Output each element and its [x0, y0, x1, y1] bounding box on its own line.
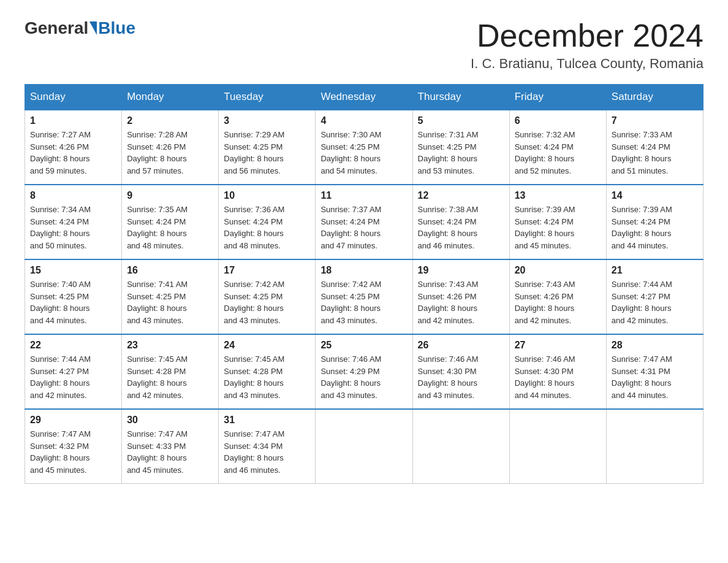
- day-number: 23: [127, 340, 213, 351]
- day-info: Sunrise: 7:46 AMSunset: 4:29 PMDaylight:…: [320, 353, 407, 401]
- calendar-cell: 26Sunrise: 7:46 AMSunset: 4:30 PMDayligh…: [412, 334, 509, 409]
- calendar-cell: 18Sunrise: 7:42 AMSunset: 4:25 PMDayligh…: [316, 259, 412, 334]
- day-number: 8: [30, 190, 116, 201]
- calendar-cell: 10Sunrise: 7:36 AMSunset: 4:24 PMDayligh…: [219, 185, 316, 259]
- day-number: 21: [612, 265, 698, 276]
- day-number: 16: [127, 265, 213, 276]
- calendar-cell: 22Sunrise: 7:44 AMSunset: 4:27 PMDayligh…: [25, 334, 122, 409]
- day-number: 1: [30, 115, 116, 126]
- day-number: 7: [612, 115, 698, 126]
- day-info: Sunrise: 7:44 AMSunset: 4:27 PMDaylight:…: [612, 278, 698, 326]
- location-subtitle: I. C. Bratianu, Tulcea County, Romania: [471, 56, 703, 72]
- day-info: Sunrise: 7:29 AMSunset: 4:25 PMDaylight:…: [224, 129, 310, 177]
- day-number: 27: [515, 340, 601, 351]
- day-number: 11: [320, 190, 407, 201]
- day-number: 31: [224, 415, 310, 426]
- calendar-cell: [316, 409, 412, 484]
- calendar-cell: 12Sunrise: 7:38 AMSunset: 4:24 PMDayligh…: [412, 185, 509, 259]
- calendar-cell: 3Sunrise: 7:29 AMSunset: 4:25 PMDaylight…: [219, 110, 316, 185]
- calendar-cell: 9Sunrise: 7:35 AMSunset: 4:24 PMDaylight…: [122, 185, 219, 259]
- day-number: 24: [224, 340, 310, 351]
- day-number: 3: [224, 115, 310, 126]
- title-area: December 2024 I. C. Bratianu, Tulcea Cou…: [471, 18, 703, 72]
- weekday-header-saturday: Saturday: [606, 85, 703, 110]
- day-info: Sunrise: 7:44 AMSunset: 4:27 PMDaylight:…: [30, 353, 116, 401]
- day-info: Sunrise: 7:47 AMSunset: 4:31 PMDaylight:…: [612, 353, 698, 401]
- day-info: Sunrise: 7:30 AMSunset: 4:25 PMDaylight:…: [320, 129, 407, 177]
- day-number: 2: [127, 115, 213, 126]
- calendar-week-row: 8Sunrise: 7:34 AMSunset: 4:24 PMDaylight…: [25, 185, 703, 259]
- day-number: 4: [320, 115, 407, 126]
- calendar-cell: 23Sunrise: 7:45 AMSunset: 4:28 PMDayligh…: [122, 334, 219, 409]
- calendar-week-row: 1Sunrise: 7:27 AMSunset: 4:26 PMDaylight…: [25, 110, 703, 185]
- day-info: Sunrise: 7:27 AMSunset: 4:26 PMDaylight:…: [30, 129, 116, 177]
- calendar-cell: 20Sunrise: 7:43 AMSunset: 4:26 PMDayligh…: [509, 259, 606, 334]
- calendar-week-row: 22Sunrise: 7:44 AMSunset: 4:27 PMDayligh…: [25, 334, 703, 409]
- calendar-cell: [509, 409, 606, 484]
- calendar-cell: 1Sunrise: 7:27 AMSunset: 4:26 PMDaylight…: [25, 110, 122, 185]
- day-info: Sunrise: 7:47 AMSunset: 4:32 PMDaylight:…: [30, 428, 116, 476]
- calendar-cell: 21Sunrise: 7:44 AMSunset: 4:27 PMDayligh…: [606, 259, 703, 334]
- calendar-cell: 11Sunrise: 7:37 AMSunset: 4:24 PMDayligh…: [316, 185, 412, 259]
- calendar-cell: 7Sunrise: 7:33 AMSunset: 4:24 PMDaylight…: [606, 110, 703, 185]
- day-info: Sunrise: 7:40 AMSunset: 4:25 PMDaylight:…: [30, 278, 116, 326]
- day-number: 6: [515, 115, 601, 126]
- day-number: 12: [418, 190, 504, 201]
- day-number: 20: [515, 265, 601, 276]
- calendar-cell: [412, 409, 509, 484]
- day-info: Sunrise: 7:36 AMSunset: 4:24 PMDaylight:…: [224, 204, 310, 251]
- calendar-week-row: 15Sunrise: 7:40 AMSunset: 4:25 PMDayligh…: [25, 259, 703, 334]
- day-info: Sunrise: 7:33 AMSunset: 4:24 PMDaylight:…: [612, 129, 698, 177]
- day-number: 18: [320, 265, 407, 276]
- calendar-cell: 16Sunrise: 7:41 AMSunset: 4:25 PMDayligh…: [122, 259, 219, 334]
- day-info: Sunrise: 7:34 AMSunset: 4:24 PMDaylight:…: [30, 204, 116, 251]
- day-number: 25: [320, 340, 407, 351]
- day-info: Sunrise: 7:39 AMSunset: 4:24 PMDaylight:…: [515, 204, 601, 251]
- weekday-header-friday: Friday: [509, 85, 606, 110]
- day-number: 15: [30, 265, 116, 276]
- calendar-table: SundayMondayTuesdayWednesdayThursdayFrid…: [25, 84, 703, 484]
- day-number: 29: [30, 415, 116, 426]
- day-number: 19: [418, 265, 504, 276]
- day-info: Sunrise: 7:45 AMSunset: 4:28 PMDaylight:…: [127, 353, 213, 401]
- day-info: Sunrise: 7:42 AMSunset: 4:25 PMDaylight:…: [320, 278, 407, 326]
- calendar-cell: 15Sunrise: 7:40 AMSunset: 4:25 PMDayligh…: [25, 259, 122, 334]
- day-number: 10: [224, 190, 310, 201]
- weekday-header-sunday: Sunday: [25, 85, 122, 110]
- day-info: Sunrise: 7:31 AMSunset: 4:25 PMDaylight:…: [418, 129, 504, 177]
- weekday-header-wednesday: Wednesday: [316, 85, 412, 110]
- day-info: Sunrise: 7:43 AMSunset: 4:26 PMDaylight:…: [418, 278, 504, 326]
- calendar-cell: 6Sunrise: 7:32 AMSunset: 4:24 PMDaylight…: [509, 110, 606, 185]
- page-header: General Blue December 2024 I. C. Bratian…: [25, 18, 703, 72]
- day-number: 17: [224, 265, 310, 276]
- day-info: Sunrise: 7:43 AMSunset: 4:26 PMDaylight:…: [515, 278, 601, 326]
- calendar-cell: 25Sunrise: 7:46 AMSunset: 4:29 PMDayligh…: [316, 334, 412, 409]
- weekday-header-row: SundayMondayTuesdayWednesdayThursdayFrid…: [25, 85, 703, 110]
- day-info: Sunrise: 7:38 AMSunset: 4:24 PMDaylight:…: [418, 204, 504, 251]
- calendar-cell: 14Sunrise: 7:39 AMSunset: 4:24 PMDayligh…: [606, 185, 703, 259]
- calendar-cell: 31Sunrise: 7:47 AMSunset: 4:34 PMDayligh…: [219, 409, 316, 484]
- day-number: 28: [612, 340, 698, 351]
- day-info: Sunrise: 7:42 AMSunset: 4:25 PMDaylight:…: [224, 278, 310, 326]
- calendar-cell: 8Sunrise: 7:34 AMSunset: 4:24 PMDaylight…: [25, 185, 122, 259]
- day-number: 14: [612, 190, 698, 201]
- day-info: Sunrise: 7:46 AMSunset: 4:30 PMDaylight:…: [418, 353, 504, 401]
- weekday-header-thursday: Thursday: [412, 85, 509, 110]
- day-info: Sunrise: 7:47 AMSunset: 4:33 PMDaylight:…: [127, 428, 213, 476]
- calendar-cell: 27Sunrise: 7:46 AMSunset: 4:30 PMDayligh…: [509, 334, 606, 409]
- day-info: Sunrise: 7:35 AMSunset: 4:24 PMDaylight:…: [127, 204, 213, 251]
- calendar-cell: 29Sunrise: 7:47 AMSunset: 4:32 PMDayligh…: [25, 409, 122, 484]
- calendar-cell: 4Sunrise: 7:30 AMSunset: 4:25 PMDaylight…: [316, 110, 412, 185]
- calendar-cell: 13Sunrise: 7:39 AMSunset: 4:24 PMDayligh…: [509, 185, 606, 259]
- logo-area: General Blue: [25, 18, 135, 38]
- weekday-header-tuesday: Tuesday: [219, 85, 316, 110]
- calendar-week-row: 29Sunrise: 7:47 AMSunset: 4:32 PMDayligh…: [25, 409, 703, 484]
- calendar-cell: [606, 409, 703, 484]
- day-number: 30: [127, 415, 213, 426]
- day-number: 22: [30, 340, 116, 351]
- calendar-cell: 5Sunrise: 7:31 AMSunset: 4:25 PMDaylight…: [412, 110, 509, 185]
- day-number: 5: [418, 115, 504, 126]
- day-info: Sunrise: 7:45 AMSunset: 4:28 PMDaylight:…: [224, 353, 310, 401]
- day-info: Sunrise: 7:47 AMSunset: 4:34 PMDaylight:…: [224, 428, 310, 476]
- day-info: Sunrise: 7:41 AMSunset: 4:25 PMDaylight:…: [127, 278, 213, 326]
